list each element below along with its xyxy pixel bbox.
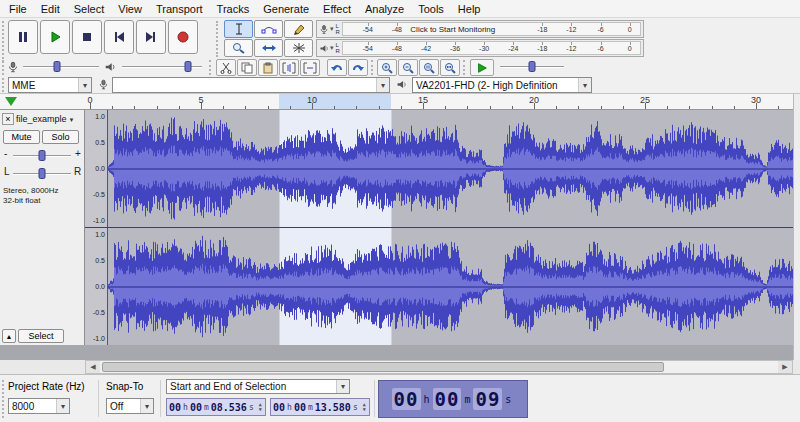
ruler-tick (223, 106, 224, 109)
selection-end-field[interactable]: 00h00m13.580s ▲▼ (270, 398, 370, 416)
zoom-tool-button[interactable] (224, 39, 253, 57)
trim-icon (282, 62, 296, 74)
record-button[interactable] (168, 20, 198, 54)
slider-thumb[interactable] (184, 61, 191, 72)
slider-thumb[interactable] (54, 61, 61, 72)
play-pin-icon[interactable] (5, 97, 17, 106)
menu-item-generate[interactable]: Generate (256, 2, 316, 16)
draw-tool-button[interactable] (284, 20, 313, 38)
project-rate-select[interactable]: 8000▾ (8, 398, 70, 414)
multi-tool-button[interactable] (284, 39, 313, 57)
menu-item-analyze[interactable]: Analyze (358, 2, 411, 16)
timeline-ruler[interactable]: 051015202530 (85, 94, 793, 110)
horizontal-scrollbar[interactable]: ◀ ▶ (85, 360, 793, 374)
waveform-left-channel[interactable] (108, 110, 793, 227)
menu-item-tools[interactable]: Tools (411, 2, 451, 16)
edit-toolbar-handle[interactable] (209, 60, 213, 75)
recording-device-select[interactable]: ▾ (112, 77, 390, 93)
play-at-speed-toolbar-handle[interactable] (463, 60, 467, 75)
menu-item-file[interactable]: File (2, 2, 34, 16)
meter-scale-label: -48 (392, 45, 402, 52)
slider-thumb[interactable] (39, 168, 46, 179)
redo-button[interactable] (348, 59, 368, 76)
copy-button[interactable] (237, 59, 257, 76)
monitor-text[interactable]: Click to Start Monitoring (410, 25, 495, 34)
meter-scale-label: -24 (508, 45, 518, 52)
recording-volume-slider[interactable] (23, 61, 99, 73)
device-toolbar-handle[interactable] (2, 78, 6, 92)
selection-tool-button[interactable] (224, 20, 253, 38)
track-control-panel: × file_example▼ Mute Solo - + L R Stereo… (0, 110, 85, 345)
zoom-to-fit-button[interactable] (440, 59, 460, 76)
silence-audio-button[interactable] (300, 59, 320, 76)
selection-start-field[interactable]: 00h00m08.536s ▲▼ (166, 398, 266, 416)
mixer-toolbar-handle[interactable] (2, 60, 6, 75)
microphone-icon (98, 78, 109, 91)
cut-button[interactable] (216, 59, 236, 76)
play-at-speed-button[interactable] (470, 59, 494, 76)
close-track-button[interactable]: × (2, 113, 14, 125)
pan-slider[interactable] (13, 168, 71, 180)
ruler-tick (445, 106, 446, 109)
redo-icon (351, 62, 365, 74)
select-track-button[interactable]: Select (18, 329, 64, 343)
solo-button[interactable]: Solo (42, 130, 79, 144)
slider-thumb[interactable] (39, 150, 46, 161)
menu-item-tracks[interactable]: Tracks (210, 2, 257, 16)
paste-button[interactable] (258, 59, 278, 76)
slider-groove (23, 66, 99, 68)
playback-meter[interactable]: ▾ LR -54-48-42-36-30-24-18-12-60 (316, 39, 644, 57)
pause-button[interactable] (8, 20, 38, 54)
menu-item-select[interactable]: Select (67, 2, 112, 16)
scroll-right-button[interactable]: ▶ (778, 361, 792, 373)
ruler-tick (734, 106, 735, 109)
time-shift-tool-button[interactable] (254, 39, 283, 57)
meter-dropdown-icon[interactable]: ▾ (330, 25, 334, 33)
playback-volume-slider[interactable] (122, 61, 202, 73)
track-title[interactable]: file_example▼ (16, 114, 74, 124)
skip-to-end-button[interactable] (136, 20, 166, 54)
focused-track: 1.00.50.0-0.5-1.0 1.00.50.0-0.5-1.0 (85, 110, 793, 345)
zoom-to-selection-button[interactable] (419, 59, 439, 76)
slider-thumb[interactable] (529, 61, 536, 72)
menu-item-transport[interactable]: Transport (149, 2, 210, 16)
track-menu-icon[interactable]: ▼ (69, 117, 75, 123)
collapse-track-button[interactable]: ▲ (2, 329, 16, 343)
tools-toolbar-handle[interactable] (216, 21, 220, 57)
meter-dropdown-icon[interactable]: ▾ (330, 44, 334, 52)
trim-audio-button[interactable] (279, 59, 299, 76)
play-button[interactable] (40, 20, 70, 54)
play-speed-slider[interactable] (500, 61, 564, 73)
selection-mode-select[interactable]: Start and End of Selection▾ (166, 379, 350, 394)
waveform-area[interactable] (108, 110, 793, 345)
zoom-out-button[interactable] (398, 59, 418, 76)
vertical-scrollbar[interactable] (793, 94, 800, 360)
menu-item-view[interactable]: View (111, 2, 149, 16)
menu-item-edit[interactable]: Edit (34, 2, 67, 16)
recording-meter[interactable]: ▾ LR -54-48-18-12-60Click to Start Monit… (316, 20, 644, 38)
ruler-selection[interactable] (279, 94, 391, 109)
audio-host-select[interactable]: MME▾ (8, 77, 92, 93)
playback-device-select[interactable]: VA2201-FHD (2- High Definition▾ (412, 77, 592, 93)
zoom-in-button[interactable] (377, 59, 397, 76)
menu-item-help[interactable]: Help (451, 2, 488, 16)
selection-toolbar-handle[interactable] (2, 380, 6, 418)
track-bitdepth-info: 32-bit float (3, 196, 40, 205)
gain-slider[interactable] (13, 150, 71, 162)
audio-position-display[interactable]: 00h00m09s (378, 380, 528, 418)
envelope-tool-button[interactable] (254, 20, 283, 38)
waveform-right-channel[interactable] (108, 228, 793, 345)
zoom-toolbar-handle[interactable] (371, 60, 375, 75)
horizontal-scrollbar-thumb[interactable] (102, 362, 664, 372)
stop-button[interactable] (72, 20, 102, 54)
undo-button[interactable] (327, 59, 347, 76)
spin-down-icon[interactable]: ▼ (363, 407, 366, 412)
spin-down-icon[interactable]: ▼ (259, 407, 262, 412)
snap-to-select[interactable]: Off▾ (106, 398, 154, 414)
skip-to-start-button[interactable] (104, 20, 134, 54)
ruler-corner (0, 94, 85, 110)
menu-item-effect[interactable]: Effect (316, 2, 358, 16)
mute-button[interactable]: Mute (3, 130, 40, 144)
scroll-left-button[interactable]: ◀ (86, 361, 100, 373)
record-icon (175, 30, 191, 44)
